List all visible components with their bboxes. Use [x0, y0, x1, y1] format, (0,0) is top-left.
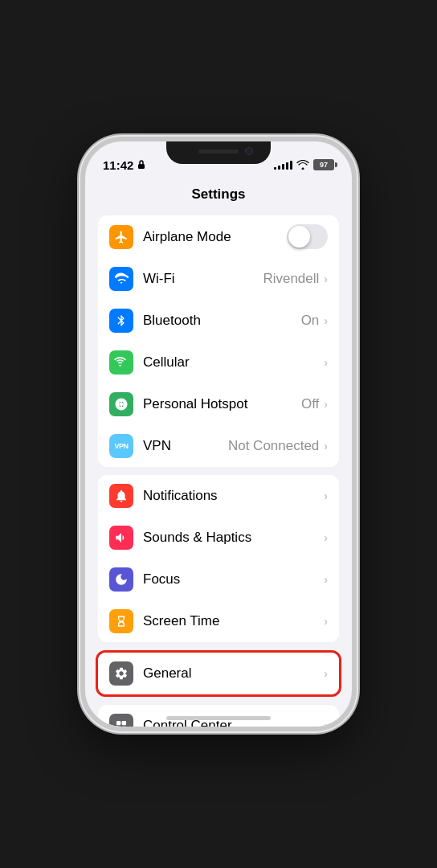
notifications-chevron: › — [324, 489, 328, 502]
wifi-chevron: › — [324, 272, 328, 285]
vpn-value: Not Connected — [228, 438, 319, 454]
wifi-value: Rivendell — [263, 271, 319, 287]
svg-rect-3 — [122, 721, 126, 725]
wifi-icon — [109, 267, 133, 291]
lock-icon — [137, 160, 146, 170]
speaker — [198, 149, 239, 154]
sound-svg — [114, 530, 129, 545]
settings-content: Settings Airplane Mode — [85, 177, 352, 727]
hotspot-value: Off — [301, 396, 319, 412]
svg-point-1 — [120, 403, 124, 407]
airplane-mode-label: Airplane Mode — [143, 229, 287, 245]
gear-svg — [114, 666, 129, 681]
moon-svg — [114, 572, 129, 587]
system-group: Notifications › Sounds & Haptics › — [98, 475, 339, 642]
hotspot-chevron: › — [324, 398, 328, 411]
signal-icon — [274, 160, 292, 170]
wifi-label: Wi-Fi — [143, 271, 263, 287]
notifications-row[interactable]: Notifications › — [98, 475, 339, 517]
wifi-status-icon — [296, 160, 309, 170]
screentime-row[interactable]: Screen Time › — [98, 600, 339, 642]
screen: 11:42 — [85, 141, 352, 727]
airplane-icon — [109, 225, 133, 249]
cellular-label: Cellular — [143, 354, 319, 371]
cellular-chevron: › — [324, 356, 328, 369]
vpn-icon: VPN — [109, 434, 133, 458]
controlcenter-icon — [109, 714, 133, 727]
focus-row[interactable]: Focus › — [98, 559, 339, 600]
screentime-chevron: › — [324, 615, 328, 628]
sounds-icon — [109, 526, 133, 550]
bluetooth-row[interactable]: Bluetooth On › — [98, 300, 339, 342]
vpn-row[interactable]: VPN VPN Not Connected › — [98, 425, 339, 467]
bluetooth-value: On — [301, 313, 320, 329]
hotspot-icon — [109, 392, 133, 416]
airplane-mode-toggle[interactable] — [287, 224, 328, 249]
airplane-svg — [114, 230, 129, 244]
vpn-text: VPN — [114, 442, 128, 450]
bluetooth-svg — [115, 313, 128, 328]
bluetooth-chevron: › — [324, 314, 328, 327]
cellular-svg — [114, 355, 129, 370]
sounds-row[interactable]: Sounds & Haptics › — [98, 517, 339, 559]
notch — [166, 141, 271, 164]
cellular-row[interactable]: Cellular › — [98, 342, 339, 383]
bell-svg — [114, 489, 129, 503]
general-chevron: › — [324, 667, 328, 680]
focus-label: Focus — [143, 571, 324, 588]
hotspot-label: Personal Hotspot — [143, 396, 301, 412]
sounds-label: Sounds & Haptics — [143, 530, 324, 546]
bluetooth-label: Bluetooth — [143, 313, 301, 329]
general-row[interactable]: General › — [98, 653, 339, 694]
airplane-mode-row[interactable]: Airplane Mode — [98, 215, 339, 258]
sounds-chevron: › — [324, 531, 328, 544]
svg-rect-0 — [138, 164, 145, 169]
svg-rect-2 — [116, 721, 120, 725]
screentime-label: Screen Time — [143, 613, 324, 629]
vpn-label: VPN — [143, 438, 228, 454]
general-highlight: General › — [96, 650, 341, 697]
connectivity-group: Airplane Mode Wi-Fi Rivendell › — [98, 215, 339, 467]
cellular-icon — [109, 350, 133, 375]
status-icons: 97 — [274, 159, 334, 170]
controlcenter-chevron: › — [324, 719, 328, 727]
focus-icon — [109, 567, 133, 592]
general-icon — [109, 661, 133, 686]
hotspot-svg — [114, 397, 129, 411]
vpn-chevron: › — [324, 440, 328, 452]
wifi-row[interactable]: Wi-Fi Rivendell › — [98, 258, 339, 300]
notifications-icon — [109, 484, 133, 508]
time-label: 11:42 — [103, 158, 133, 172]
general-label: General — [143, 665, 324, 682]
hourglass-svg — [115, 614, 128, 628]
phone-frame: 11:42 — [80, 137, 357, 731]
notifications-label: Notifications — [143, 488, 324, 504]
status-time: 11:42 — [103, 158, 146, 172]
controlcenter-svg — [115, 719, 128, 727]
focus-chevron: › — [324, 573, 328, 586]
screentime-icon — [109, 609, 133, 633]
home-indicator — [166, 716, 271, 720]
wifi-svg — [114, 272, 129, 286]
page-title: Settings — [85, 177, 352, 215]
battery-icon: 97 — [313, 159, 334, 170]
camera — [245, 147, 253, 155]
hotspot-row[interactable]: Personal Hotspot Off › — [98, 383, 339, 425]
bluetooth-icon — [109, 309, 133, 333]
